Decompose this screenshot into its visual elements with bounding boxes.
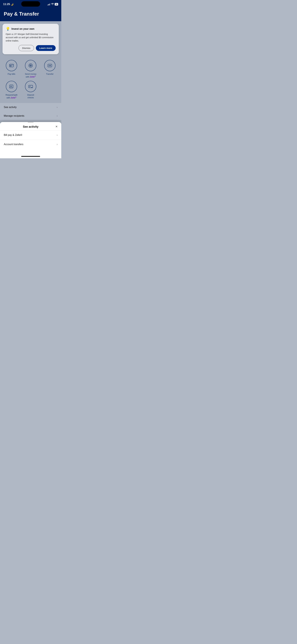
svg-rect-14: [28, 85, 33, 88]
action-send-money[interactable]: $ Send moneywith Zelle®: [22, 60, 40, 78]
battery-indicator: 36: [55, 3, 58, 6]
manage-recipients-menu-item[interactable]: Manage recipients ›: [0, 112, 61, 120]
menu-section: See activity › Manage recipients ›: [0, 103, 61, 120]
quick-actions-row1: Pay bills $ Send moneywith Zelle®: [0, 57, 61, 80]
bottom-sheet-close-button[interactable]: ×: [55, 125, 57, 128]
send-money-label: Send moneywith Zelle®: [25, 73, 36, 78]
dismiss-button[interactable]: Dismiss: [18, 45, 34, 51]
see-activity-label: See activity: [4, 106, 17, 109]
learn-more-button[interactable]: Learn more: [36, 45, 56, 51]
promo-title: Invest on your own: [11, 28, 34, 30]
action-transfer[interactable]: Transfer: [41, 60, 59, 78]
promo-card: 💡 Invest on your own Open a J.P. Morgan …: [2, 24, 59, 54]
chevron-right-icon-activity: ›: [57, 106, 57, 109]
bottom-sheet-footer: [0, 149, 61, 158]
chevron-right-icon-bill-pay: ›: [57, 134, 57, 136]
chevron-right-icon-transfers: ›: [57, 143, 57, 146]
bottom-sheet-title: See activity: [23, 125, 38, 128]
status-time: 11:25 🌙: [3, 3, 13, 6]
status-icons: 36: [47, 3, 58, 6]
transfer-label: Transfer: [46, 73, 54, 76]
moon-icon: 🌙: [11, 3, 13, 6]
bottom-sheet-header: See activity ×: [0, 123, 61, 130]
signal-icon: [47, 3, 50, 5]
promo-description: Open a J.P. Morgan Self-Directed Investi…: [6, 32, 56, 42]
pay-bills-label: Pay bills: [8, 73, 15, 76]
main-content: Pay & Transfer 💡 Invest on your own Open…: [0, 8, 61, 158]
deposit-checks-icon-circle: [25, 81, 36, 92]
see-activity-menu-item[interactable]: See activity ›: [0, 103, 61, 112]
svg-text:$: $: [30, 65, 31, 66]
zelle-brand-send: Zelle®: [30, 76, 35, 78]
action-pay-bills[interactable]: Pay bills: [2, 60, 20, 78]
request-split-label: Request/splitwith Zelle®: [5, 94, 17, 99]
status-bar: 11:25 🌙 36: [0, 0, 61, 8]
promo-header: 💡 Invest on your own: [6, 27, 56, 31]
transfer-icon-circle: [44, 60, 55, 71]
quick-actions-row2: Request/splitwith Zelle® Depositchecks: [0, 80, 61, 102]
svg-rect-0: [9, 64, 13, 67]
pay-bills-icon-circle: [6, 60, 17, 71]
chevron-right-icon-recipients: ›: [57, 114, 57, 117]
action-deposit-checks[interactable]: Depositchecks: [22, 81, 40, 99]
lightbulb-icon: 💡: [6, 27, 10, 31]
request-split-icon-circle: [6, 81, 17, 92]
wifi-icon: [51, 3, 54, 6]
deposit-checks-label: Depositchecks: [27, 94, 34, 99]
svg-rect-2: [10, 66, 11, 66]
send-money-icon-circle: $: [25, 60, 36, 71]
home-indicator: [21, 156, 40, 157]
page-header: Pay & Transfer: [0, 8, 61, 21]
bill-pay-zelle-item[interactable]: Bill pay & Zelle® ›: [0, 130, 61, 140]
dynamic-island: [21, 1, 40, 6]
bottom-sheet: See activity × Bill pay & Zelle® › Accou…: [0, 122, 61, 158]
action-request-split[interactable]: Request/splitwith Zelle®: [2, 81, 20, 99]
zelle-brand-request: Zelle®: [11, 96, 16, 99]
account-transfers-item[interactable]: Account transfers ›: [0, 140, 61, 149]
svg-rect-10: [9, 85, 13, 88]
promo-actions: Dismiss Learn more: [6, 45, 56, 51]
time-display: 11:25: [3, 3, 10, 6]
bill-pay-zelle-label: Bill pay & Zelle®: [4, 134, 22, 136]
manage-recipients-label: Manage recipients: [4, 114, 24, 117]
account-transfers-label: Account transfers: [4, 143, 23, 146]
page-title: Pay & Transfer: [4, 11, 57, 17]
action-empty-slot: [41, 81, 59, 99]
